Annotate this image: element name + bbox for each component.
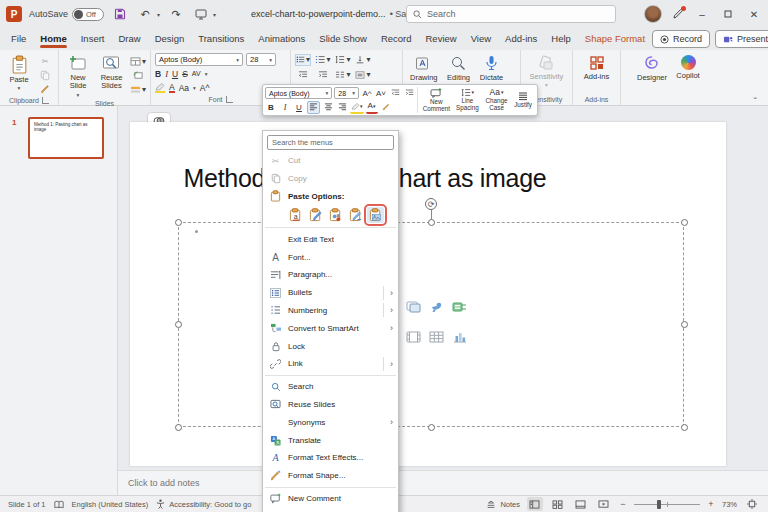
user-avatar[interactable] <box>644 5 662 23</box>
slideshow-view-button[interactable] <box>596 497 612 511</box>
designer-button[interactable]: Designer <box>634 53 670 84</box>
collapse-ribbon-icon[interactable]: ⌄ <box>752 93 758 101</box>
menu-item-exit-edit-text[interactable]: Exit Edit Text <box>263 230 398 248</box>
menu-item-search[interactable]: Search <box>263 378 398 396</box>
mini-format-painter-button[interactable] <box>380 101 392 114</box>
addins-button[interactable]: Add-ins <box>581 53 612 83</box>
powerpoint-icon[interactable]: P <box>6 6 22 22</box>
bullets-button[interactable]: ▾ <box>295 54 311 66</box>
mini-font-name-combo[interactable]: Aptos (Body) ▾ <box>265 87 332 99</box>
paste-merge-formatting-button[interactable]: a <box>327 207 344 223</box>
resize-handle-bottom-right[interactable] <box>681 424 688 431</box>
bold-button[interactable]: B <box>155 69 161 79</box>
start-slideshow-button[interactable] <box>192 5 210 23</box>
zoom-slider[interactable] <box>634 498 700 510</box>
columns-button[interactable]: ▾ <box>335 69 351 81</box>
fit-slide-button[interactable] <box>744 497 760 511</box>
tab-help[interactable]: Help <box>544 30 578 49</box>
undo-button[interactable]: ↶ <box>136 5 154 23</box>
tab-animations[interactable]: Animations <box>251 30 312 49</box>
tab-record[interactable]: Record <box>374 30 419 49</box>
mini-increase-indent-button[interactable] <box>403 87 415 100</box>
resize-handle-top-right[interactable] <box>681 219 688 226</box>
increase-indent-button[interactable] <box>315 69 331 81</box>
resize-handle-mid-left[interactable] <box>175 321 182 328</box>
clipboard-dialog-launcher-icon[interactable] <box>42 97 49 104</box>
tab-slide-show[interactable]: Slide Show <box>312 30 374 49</box>
slide-thumbnail[interactable]: Method 1: Pasting chart as image <box>28 117 104 159</box>
insert-icons-button[interactable] <box>428 298 445 315</box>
zoom-level[interactable]: 73% <box>722 500 737 509</box>
quick-access-overflow-icon[interactable]: ▾ <box>213 11 216 18</box>
maximize-button[interactable] <box>720 6 736 22</box>
line-spacing-button[interactable]: ▾ <box>335 54 351 66</box>
mini-align-center-button[interactable] <box>322 101 334 114</box>
undo-dropdown-icon[interactable]: ▾ <box>157 11 160 18</box>
autosave-control[interactable]: AutoSave Off <box>29 8 104 21</box>
insert-table-button[interactable] <box>428 328 445 345</box>
clear-formatting-button[interactable]: A^ <box>200 83 210 93</box>
language-indicator[interactable]: English (United States) <box>72 500 149 509</box>
editing-mode-button[interactable] <box>672 8 684 20</box>
cut-button[interactable]: ✂ <box>37 55 53 67</box>
tab-home[interactable]: Home <box>33 30 73 49</box>
mini-new-comment-button[interactable]: New Comment <box>420 86 453 114</box>
menu-item-font[interactable]: A Font... <box>263 248 398 266</box>
insert-video-button[interactable] <box>405 328 422 345</box>
menu-search-box[interactable] <box>267 135 394 150</box>
tab-review[interactable]: Review <box>419 30 464 49</box>
change-case-button[interactable]: Aa <box>179 83 189 93</box>
text-highlight-button[interactable] <box>155 83 165 93</box>
slide-sorter-view-button[interactable] <box>550 497 566 511</box>
save-button[interactable] <box>111 5 129 23</box>
zoom-out-button[interactable]: − <box>619 499 627 509</box>
insert-smartart-button[interactable] <box>451 298 468 315</box>
menu-item-reuse-slides[interactable]: Reuse Slides <box>263 396 398 414</box>
tab-insert[interactable]: Insert <box>74 30 112 49</box>
minimize-button[interactable]: – <box>694 6 710 22</box>
autosave-toggle[interactable]: Off <box>72 8 104 21</box>
menu-item-new-comment[interactable]: New Comment <box>263 490 398 508</box>
menu-search-input[interactable] <box>272 138 389 147</box>
normal-view-button[interactable] <box>527 497 543 511</box>
tab-transitions[interactable]: Transitions <box>191 30 251 49</box>
mini-align-left-button[interactable] <box>307 101 320 114</box>
text-direction-button[interactable]: ▾ <box>355 54 371 66</box>
mini-bold-button[interactable]: B <box>265 101 277 114</box>
font-name-combo[interactable]: Aptos (Body) ▾ <box>155 53 243 66</box>
insert-chart-button[interactable] <box>451 328 468 345</box>
paste-button[interactable]: Paste ▾ <box>4 53 34 93</box>
paste-use-destination-theme-button[interactable]: a <box>287 207 304 223</box>
rotate-handle[interactable]: ⟳ <box>425 198 437 210</box>
menu-item-translate[interactable]: Translate <box>263 431 398 449</box>
mini-italic-button[interactable]: I <box>279 101 291 114</box>
menu-item-format-shape[interactable]: Format Shape... <box>263 467 398 485</box>
close-button[interactable]: ✕ <box>746 6 762 22</box>
menu-item-bullets[interactable]: Bullets › <box>263 284 398 302</box>
reading-view-button[interactable] <box>573 497 589 511</box>
menu-item-synonyms[interactable]: Synonyms › <box>263 413 398 431</box>
resize-handle-top-left[interactable] <box>175 219 182 226</box>
menu-item-numbering[interactable]: Numbering › <box>263 302 398 320</box>
zoom-in-button[interactable]: + <box>707 499 715 509</box>
reuse-slides-button[interactable]: Reuse Slides <box>96 53 127 93</box>
mini-font-size-combo[interactable]: 28 ▾ <box>334 87 359 99</box>
slide[interactable]: Method 1: Pasting chart as image ⟳ <box>130 122 726 466</box>
resize-handle-top-center[interactable] <box>428 219 435 226</box>
menu-item-lock[interactable]: Lock <box>263 337 398 355</box>
character-spacing-button[interactable]: AV <box>192 70 201 77</box>
mini-justify-button[interactable]: Justify <box>511 86 535 114</box>
menu-item-paragraph[interactable]: Paragraph... <box>263 266 398 284</box>
font-dialog-launcher-icon[interactable] <box>226 96 233 103</box>
menu-item-link[interactable]: Link › <box>263 355 398 373</box>
resize-handle-bottom-left[interactable] <box>175 424 182 431</box>
menu-item-format-text-effects[interactable]: A Format Text Effects... <box>263 449 398 467</box>
underline-button[interactable]: U <box>172 69 178 79</box>
tab-file[interactable]: File <box>4 30 33 49</box>
tab-draw[interactable]: Draw <box>111 30 147 49</box>
tab-shape-format[interactable]: Shape Format <box>578 30 652 49</box>
dictate-button[interactable]: Dictate <box>477 53 507 84</box>
font-color-button[interactable]: A <box>169 83 175 94</box>
record-button[interactable]: Record <box>652 30 710 48</box>
strikethrough-button[interactable]: S <box>182 69 188 79</box>
